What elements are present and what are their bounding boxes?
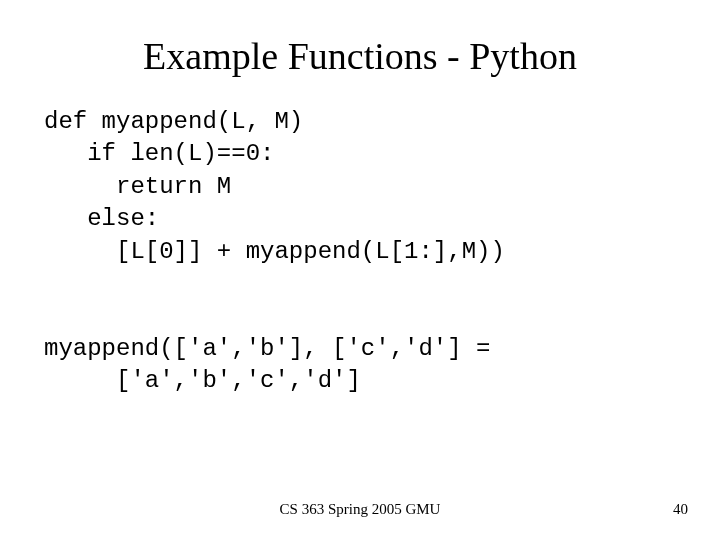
code-line-2: if len(L)==0:	[44, 140, 274, 167]
slide-title: Example Functions - Python	[0, 0, 720, 88]
page-number: 40	[673, 501, 688, 518]
code-line-4: else:	[44, 205, 159, 232]
code-line-1: def myappend(L, M)	[44, 108, 303, 135]
slide: Example Functions - Python def myappend(…	[0, 0, 720, 540]
code-line-8: myappend(['a','b'], ['c','d'] =	[44, 335, 490, 362]
footer-center: CS 363 Spring 2005 GMU	[0, 501, 720, 518]
code-block: def myappend(L, M) if len(L)==0: return …	[0, 88, 720, 398]
code-line-9: ['a','b','c','d']	[44, 367, 361, 394]
code-line-5: [L[0]] + myappend(L[1:],M))	[44, 238, 505, 265]
code-line-3: return M	[44, 173, 231, 200]
